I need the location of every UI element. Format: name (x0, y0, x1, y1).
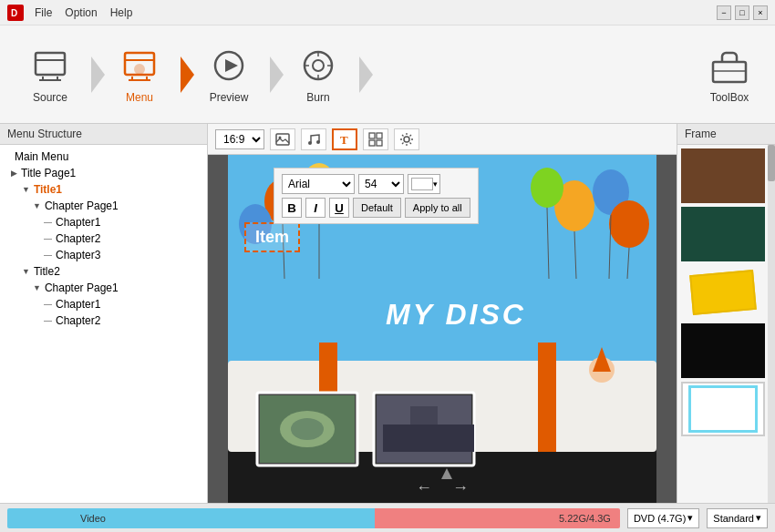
tree-item-main-menu[interactable]: Main Menu (4, 148, 203, 165)
close-button[interactable]: × (753, 5, 768, 20)
tree-item-chapter3-a[interactable]: — Chapter3 (4, 247, 203, 263)
svg-point-22 (316, 140, 320, 144)
apply-all-button[interactable]: Apply to all (405, 198, 470, 218)
dvd-chevron-icon: ▾ (687, 512, 693, 524)
frame-item-2[interactable] (681, 207, 765, 261)
tree-item-label: Chapter1 (56, 298, 100, 311)
menu-icon (119, 46, 160, 86)
tree-item-title2[interactable]: ▼ Title2 (4, 263, 203, 280)
svg-text:MY DISC: MY DISC (386, 298, 526, 331)
svg-rect-60 (383, 425, 474, 452)
burn-label: Burn (306, 91, 329, 104)
tree-item-label: Main Menu (15, 150, 68, 163)
tree-item-chapter-page1-a[interactable]: ▼ Chapter Page1 (4, 198, 203, 214)
triangle-icon: ▼ (33, 283, 41, 292)
tree-item-chapter1-a[interactable]: — Chapter1 (4, 214, 203, 230)
dvd-label: DVD (4.7G) (634, 513, 686, 524)
burn-arrow (359, 56, 373, 93)
preview-arrow (270, 56, 284, 93)
svg-rect-24 (369, 133, 375, 138)
menu-structure-header: Menu Structure (0, 124, 207, 145)
tree-item-label: Title1 (34, 183, 62, 196)
frame-item-1[interactable] (681, 148, 765, 203)
underline-button[interactable]: U (329, 198, 349, 218)
maximize-button[interactable]: □ (735, 5, 749, 20)
svg-point-28 (404, 137, 409, 142)
frame-list (677, 145, 775, 440)
frame-item-3[interactable] (681, 265, 765, 320)
right-panel: Frame (677, 124, 775, 503)
svg-point-21 (308, 141, 312, 145)
dvd-selector[interactable]: DVD (4.7G) ▾ (627, 508, 699, 528)
triangle-icon: — (44, 234, 52, 243)
menu-file[interactable]: File (35, 6, 52, 19)
frame-item-5[interactable] (681, 382, 765, 436)
tree-item-chapter2-a[interactable]: — Chapter2 (4, 230, 203, 247)
toolbar-preview[interactable]: Preview (188, 29, 270, 120)
svg-text:D: D (11, 8, 17, 18)
float-row2: B I U Default Apply to all (282, 198, 470, 218)
tree-item-label: Title Page1 (21, 167, 76, 179)
tree-item-title1[interactable]: ▼ Title1 (4, 181, 203, 198)
triangle-icon: ▼ (22, 267, 30, 276)
svg-rect-25 (377, 133, 382, 138)
tree: Main Menu ▶ Title Page1 ▼ Title1 ▼ Chapt… (0, 145, 207, 503)
tree-item-chapter2-b[interactable]: — Chapter2 (4, 312, 203, 329)
text-button[interactable]: T (332, 128, 357, 150)
app-logo: D (7, 5, 24, 21)
color-picker-button[interactable]: ▾ (408, 174, 440, 194)
canvas-area[interactable]: MY DISC ← → Arial Times New Ro (208, 155, 677, 503)
tree-item-title-page1[interactable]: ▶ Title Page1 (4, 165, 203, 181)
svg-rect-2 (36, 53, 65, 75)
source-arrow (91, 56, 105, 93)
menu-help[interactable]: Help (110, 6, 133, 19)
default-button[interactable]: Default (353, 198, 401, 218)
chevron-down-icon: ▾ (433, 179, 438, 189)
settings-button[interactable] (394, 128, 419, 150)
minimize-button[interactable]: − (717, 5, 731, 20)
titlebar: D File Option Help − □ × (0, 0, 775, 26)
toolbar-menu[interactable]: Menu (98, 29, 181, 120)
frame-item-4[interactable] (681, 323, 765, 378)
triangle-icon: ▶ (11, 169, 17, 178)
titlebar-menu: File Option Help (35, 6, 132, 19)
standard-label: Standard (713, 513, 754, 524)
toolbar-toolbox[interactable]: ToolBox (693, 46, 766, 104)
menu-option[interactable]: Option (65, 6, 97, 19)
music-button[interactable] (301, 128, 326, 150)
canvas-wrapper: MY DISC ← → Arial Times New Ro (228, 155, 656, 503)
menu-label: Menu (126, 91, 153, 104)
main-toolbar: Source Menu Preview (0, 26, 775, 124)
scrollbar-thumb[interactable] (768, 145, 775, 181)
svg-point-9 (135, 65, 144, 74)
standard-selector[interactable]: Standard ▾ (707, 508, 768, 528)
preview-icon (209, 46, 249, 86)
triangle-icon: ▼ (22, 185, 30, 194)
tree-item-chapter-page1-b[interactable]: ▼ Chapter Page1 (4, 280, 203, 296)
triangle-icon: — (44, 218, 52, 227)
aspect-ratio-select[interactable]: 16:9 4:3 (215, 129, 264, 149)
canvas-item-label[interactable]: Item (244, 222, 300, 252)
menu-arrow (181, 56, 194, 93)
toolbar-source[interactable]: Source (9, 29, 91, 120)
size-select[interactable]: 54 48 36 24 (358, 174, 404, 194)
tree-item-chapter1-b[interactable]: — Chapter1 (4, 296, 203, 312)
svg-rect-17 (713, 62, 746, 82)
tree-item-label: Chapter1 (56, 216, 100, 229)
svg-point-16 (313, 60, 324, 71)
size-label: 5.22G/4.3G (559, 513, 611, 524)
video-progress-bar: Video 5.22G/4.3G (7, 508, 620, 528)
svg-point-55 (291, 418, 324, 440)
font-select[interactable]: Arial Times New Roman Verdana (282, 174, 355, 194)
svg-rect-26 (369, 140, 375, 146)
grid-button[interactable] (363, 128, 388, 150)
italic-button[interactable]: I (305, 198, 326, 218)
svg-text:←: ← (416, 478, 432, 496)
svg-text:T: T (340, 133, 348, 147)
toolbar-burn[interactable]: Burn (277, 29, 359, 120)
video-label: Video (80, 513, 106, 524)
triangle-icon: — (44, 251, 52, 260)
scrollbar-track[interactable] (768, 145, 775, 503)
image-button[interactable] (270, 128, 295, 150)
bold-button[interactable]: B (282, 198, 302, 218)
